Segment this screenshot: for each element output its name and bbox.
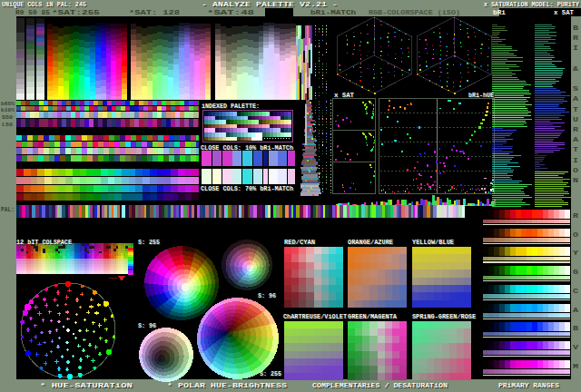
svg-text:R0 50 85: R0 50 85 (15, 9, 50, 16)
svg-text:b10%: b10% (1, 107, 15, 113)
svg-text:I: I (573, 157, 578, 164)
svg-text:RED/CYAN: RED/CYAN (284, 239, 315, 246)
svg-text:C: C (573, 288, 578, 295)
svg-text:S: 96: S: 96 (258, 292, 276, 299)
svg-text:COMPLEMENTARiES / DESATURATiON: COMPLEMENTARiES / DESATURATiON (312, 382, 448, 389)
svg-text:U: U (573, 116, 578, 123)
svg-text:* HUE-SATURATiON: * HUE-SATURATiON (40, 382, 133, 389)
svg-text:B: B (573, 325, 578, 332)
svg-text:PAL:: PAL: (1, 207, 15, 213)
svg-text:- ANALYZE PALETTE V2.21 -: - ANALYZE PALETTE V2.21 - (202, 1, 338, 8)
svg-text:x SATURATiON MODEL: PURiTY: x SATURATiON MODEL: PURiTY (484, 1, 580, 8)
svg-text:ChARTREUSE/ViOLET: ChARTREUSE/ViOLET (283, 313, 348, 320)
svg-text:UNiQUE COLS iN PAL: 245: UNiQUE COLS iN PAL: 245 (2, 1, 86, 8)
svg-text:x SAT: x SAT (334, 92, 355, 99)
svg-text:O: O (573, 231, 578, 239)
svg-text:G: G (573, 269, 578, 276)
svg-text:YELLOW/BLUE: YELLOW/BLUE (412, 239, 455, 246)
svg-text:x SAT: x SAT (554, 9, 574, 16)
svg-text:B: B (573, 24, 578, 32)
svg-text:L50: L50 (2, 122, 13, 128)
svg-text:RGB-COLORSPACE (iSO): RGB-COLORSPACE (iSO) (369, 9, 460, 16)
svg-text:CLOSE COLS: 70% bRi-MATCh: CLOSE COLS: 70% bRi-MATCh (201, 185, 293, 192)
svg-text:T: T (573, 106, 578, 113)
svg-text:I: I (573, 44, 578, 52)
svg-text:S: 96: S: 96 (138, 322, 156, 329)
svg-text:*SAT:255: *SAT:255 (52, 9, 100, 16)
svg-text:S50: S50 (2, 114, 13, 121)
svg-text:GREEN/MAGENTA: GREEN/MAGENTA (348, 313, 398, 320)
svg-text:*SAT:48: *SAT:48 (207, 9, 254, 16)
svg-text:12 bIT COLSPACE: 12 bIT COLSPACE (16, 239, 73, 246)
svg-text:SPRiNG-GREEN/ROSE: SPRiNG-GREEN/ROSE (412, 313, 477, 320)
svg-text:S: S (573, 85, 578, 93)
svg-text:O: O (573, 167, 578, 174)
svg-text:* POLAR HUE-BRiGhTNESS: * POLAR HUE-BRiGhTNESS (167, 382, 288, 389)
svg-text:S: 255: S: 255 (138, 239, 160, 246)
svg-text:CLOSE COLS: 10% bRi-MATCh: CLOSE COLS: 10% bRi-MATCh (201, 144, 293, 152)
svg-text:PRiMARY RANGES: PRiMARY RANGES (498, 382, 559, 389)
svg-text:ORANGE/AZURE: ORANGE/AZURE (348, 239, 394, 246)
svg-text:M: M (573, 363, 578, 370)
svg-text:S: 255: S: 255 (260, 370, 281, 377)
svg-text:N: N (573, 177, 578, 184)
svg-text:iNDEXED PALETTE:: iNDEXED PALETTE: (202, 103, 260, 110)
svg-text:bRi: bRi (493, 9, 506, 16)
svg-text:T: T (573, 146, 578, 153)
svg-text:bRi-MATCh: bRi-MATCh (310, 9, 356, 16)
svg-text:b65%: b65% (1, 101, 15, 107)
svg-text:bRi-hUE: bRi-hUE (468, 92, 495, 99)
svg-text:*SAT: 128: *SAT: 128 (129, 9, 180, 16)
